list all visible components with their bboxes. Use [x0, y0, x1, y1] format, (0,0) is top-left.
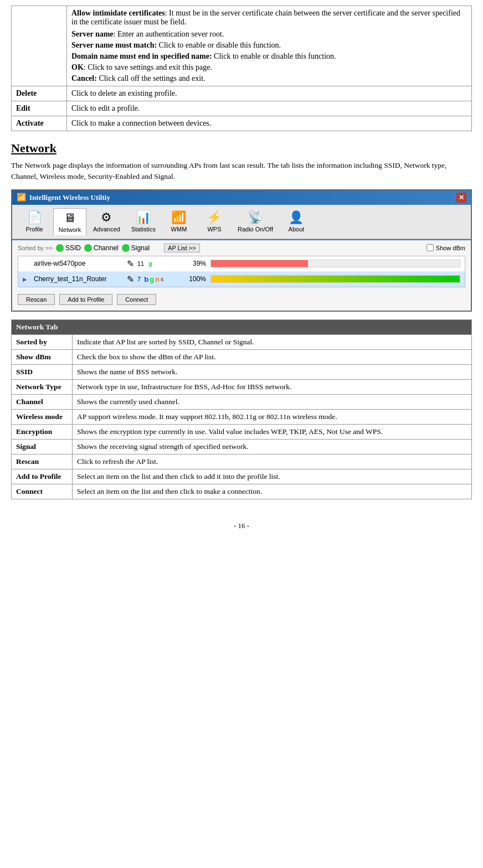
- radio-icon: 📡: [248, 210, 263, 225]
- add-to-profile-button[interactable]: Add to Profile: [59, 294, 112, 305]
- top-info-table: Allow intimidate certificates: It must b…: [11, 6, 472, 131]
- toolbar-advanced-label: Advanced: [93, 226, 120, 232]
- show-dbm-checkbox[interactable]: [427, 244, 434, 251]
- tab-label-network-type: Network Type: [12, 379, 73, 394]
- wifi-icon-2: ✎: [127, 274, 134, 285]
- allow-intimidate-label: Allow intimidate certificates: [71, 9, 165, 17]
- delete-text: Click to delete an existing profile.: [67, 86, 472, 101]
- tab-text-add-to-profile: Select an item on the list and then clic…: [73, 469, 472, 484]
- sort-ssid-label: SSID: [65, 244, 81, 252]
- show-dbm-label: Show dBm: [436, 245, 465, 251]
- mode-g-2: g: [150, 275, 154, 283]
- tab-label-add-to-profile: Add to Profile: [12, 469, 73, 484]
- toolbar-about-label: About: [289, 226, 305, 232]
- toolbar-network-label: Network: [59, 226, 81, 233]
- tab-text-show-dbm: Check the box to show the dBm of the AP …: [73, 349, 472, 364]
- ap-list-button[interactable]: AP List >>: [164, 244, 200, 252]
- ap-signal-pct-1: 39%: [181, 260, 206, 267]
- ap-signal-pct-2: 100%: [181, 275, 206, 283]
- about-icon: 👤: [289, 210, 304, 225]
- toolbar-about[interactable]: 👤 About: [280, 208, 313, 235]
- tab-row-wireless-mode: Wireless mode AP support wireless mode. …: [12, 409, 472, 424]
- sort-signal[interactable]: Signal: [122, 244, 150, 252]
- signal-bar-1: [210, 260, 460, 267]
- network-tab-table: Network Tab Sorted by Indicate that AP l…: [11, 319, 472, 499]
- toolbar-radio-onoff[interactable]: 📡 Radio On/Off: [233, 208, 278, 235]
- top-table-label-empty: [12, 6, 67, 86]
- sort-channel-label: Channel: [94, 244, 119, 252]
- show-dbm-container: Show dBm: [427, 244, 465, 251]
- ap-channel-1: 11: [137, 260, 144, 267]
- table-row: Allow intimidate certificates: It must b…: [12, 6, 472, 86]
- wmm-icon: 📶: [171, 210, 186, 225]
- toolbar-advanced[interactable]: ⚙ Advanced: [89, 208, 125, 235]
- server-name-text: : Enter an authentication sever root.: [114, 30, 224, 38]
- rescan-button[interactable]: Rescan: [18, 294, 55, 305]
- tab-text-rescan: Click to refresh the AP list.: [73, 454, 472, 469]
- tab-text-wireless-mode: AP support wireless mode. It may support…: [73, 409, 472, 424]
- signal-bar-2: [210, 275, 460, 283]
- bottom-buttons: Rescan Add to Profile Connect: [18, 292, 465, 307]
- sort-ssid[interactable]: SSID: [56, 244, 81, 252]
- toolbar-profile[interactable]: 📄 Profile: [18, 208, 51, 235]
- tab-label-signal: Signal: [12, 439, 73, 454]
- ap-expand-icon-2: ▶: [23, 276, 29, 282]
- titlebar-left: 📶 Intelligent Wireless Utiltiy: [17, 193, 110, 202]
- wps-icon: ⚡: [207, 210, 222, 225]
- toolbar-wmm-label: WMM: [171, 226, 187, 232]
- utility-title: Intelligent Wireless Utiltiy: [29, 193, 110, 202]
- signal-fill-1: [211, 260, 308, 267]
- network-tab-header: Network Tab: [12, 319, 472, 334]
- toolbar-wps-label: WPS: [207, 226, 221, 232]
- network-icon: 🖥: [64, 211, 76, 225]
- tab-label-sorted-by: Sorted by: [12, 334, 73, 349]
- tab-text-ssid: Shows the name of BSS network.: [73, 364, 472, 379]
- close-button[interactable]: ✕: [456, 193, 466, 203]
- toolbar-statistics[interactable]: 📊 Statistics: [127, 208, 160, 235]
- ap-row-selected[interactable]: ▶ Cherry_test_11n_Router ✎ 7 b g n s 100…: [18, 272, 465, 287]
- mode-b-2: b: [144, 275, 148, 283]
- cancel-text: Click call off the settings and exit.: [97, 74, 205, 82]
- tab-text-connect: Select an item on the list and then clic…: [73, 484, 472, 499]
- tab-label-encryption: Encryption: [12, 424, 73, 439]
- tab-label-rescan: Rescan: [12, 454, 73, 469]
- ap-ssid: airlive-wi5470poe: [34, 260, 122, 267]
- ap-row[interactable]: airlive-wi5470poe ✎ 11 g 39%: [18, 256, 465, 272]
- ssid-indicator: [56, 244, 64, 252]
- sort-channel[interactable]: Channel: [84, 244, 119, 252]
- edit-label: Edit: [12, 101, 67, 116]
- sort-bar: Sorted by >> SSID Channel Signal AP List…: [18, 244, 465, 252]
- tab-label-connect: Connect: [12, 484, 73, 499]
- signal-fill-2: [211, 276, 460, 282]
- tab-label-channel: Channel: [12, 394, 73, 409]
- table-row-delete: Delete Click to delete an existing profi…: [12, 86, 472, 101]
- page-footer: - 16 -: [11, 521, 472, 530]
- cancel-label: Cancel:: [71, 74, 97, 82]
- server-name-label: Server name: [71, 30, 114, 38]
- tab-text-encryption: Shows the encryption type currently in u…: [73, 424, 472, 439]
- utility-window: 📶 Intelligent Wireless Utiltiy ✕ 📄 Profi…: [11, 189, 472, 312]
- connect-button[interactable]: Connect: [117, 294, 156, 305]
- toolbar-network[interactable]: 🖥 Network: [53, 208, 86, 235]
- advanced-icon: ⚙: [101, 210, 112, 225]
- tab-text-network-type: Network type in use, Infrastructure for …: [73, 379, 472, 394]
- server-match-text: Click to enable or disable this function…: [157, 41, 281, 49]
- network-tab-header-row: Network Tab: [12, 319, 472, 334]
- toolbar-radio-label: Radio On/Off: [238, 226, 273, 232]
- utility-titlebar: 📶 Intelligent Wireless Utiltiy ✕: [12, 190, 471, 205]
- tab-row-show-dbm: Show dBm Check the box to show the dBm o…: [12, 349, 472, 364]
- tab-row-connect: Connect Select an item on the list and t…: [12, 484, 472, 499]
- domain-name-text: Click to enable or disable this function…: [212, 52, 336, 60]
- network-description: The Network page displays the informatio…: [11, 160, 472, 183]
- activate-label: Activate: [12, 116, 67, 131]
- edit-text: Click to edit a profile.: [67, 101, 472, 116]
- server-match-label: Server name must match:: [71, 41, 157, 49]
- toolbar-wmm[interactable]: 📶 WMM: [162, 208, 196, 235]
- ap-list: airlive-wi5470poe ✎ 11 g 39% ▶ Cherry_te…: [18, 256, 465, 287]
- wifi-icon: ✎: [127, 259, 134, 269]
- mode-g-1: g: [148, 260, 152, 267]
- mode-n-2: n: [155, 275, 160, 283]
- content-area: Sorted by >> SSID Channel Signal AP List…: [12, 239, 471, 311]
- toolbar-wps[interactable]: ⚡ WPS: [198, 208, 231, 235]
- toolbar-statistics-label: Statistics: [131, 226, 156, 232]
